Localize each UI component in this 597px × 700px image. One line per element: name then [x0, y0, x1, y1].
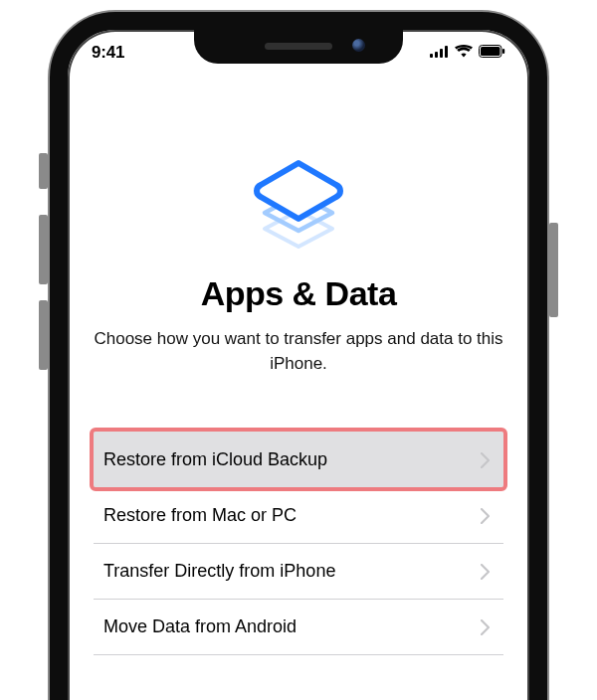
option-move-android[interactable]: Move Data from Android	[94, 599, 503, 655]
option-label: Move Data from Android	[103, 616, 297, 637]
volume-up-button[interactable]	[39, 215, 48, 284]
silence-switch[interactable]	[39, 153, 48, 189]
svg-rect-3	[445, 46, 448, 58]
wifi-icon	[455, 44, 473, 62]
svg-rect-5	[481, 47, 500, 56]
option-label: Restore from iCloud Backup	[103, 449, 327, 470]
status-indicators	[430, 44, 505, 62]
power-button[interactable]	[549, 223, 558, 317]
status-bar: 9:41	[68, 38, 529, 68]
status-time: 9:41	[92, 43, 124, 63]
chevron-right-icon	[481, 564, 490, 580]
option-transfer-iphone[interactable]: Transfer Directly from iPhone	[94, 543, 503, 599]
option-restore-icloud[interactable]: Restore from iCloud Backup	[94, 432, 503, 487]
option-label: Restore from Mac or PC	[103, 505, 297, 526]
iphone-frame: 9:41 Apps & Data Choose how yo	[50, 12, 547, 700]
svg-rect-6	[502, 49, 504, 54]
chevron-right-icon	[481, 619, 490, 635]
option-restore-mac-pc[interactable]: Restore from Mac or PC	[94, 487, 503, 543]
page-subtitle: Choose how you want to transfer apps and…	[94, 327, 503, 376]
battery-icon	[479, 44, 505, 62]
svg-rect-0	[430, 54, 433, 58]
option-label: Transfer Directly from iPhone	[103, 561, 335, 582]
chevron-right-icon	[481, 508, 490, 524]
volume-down-button[interactable]	[39, 300, 48, 370]
options-list: Restore from iCloud Backup Restore from …	[94, 432, 503, 655]
apps-and-data-screen: Apps & Data Choose how you want to trans…	[68, 80, 529, 655]
svg-rect-1	[435, 52, 438, 58]
cellular-signal-icon	[430, 44, 449, 62]
page-title: Apps & Data	[94, 274, 503, 313]
chevron-right-icon	[481, 452, 490, 468]
svg-rect-2	[440, 49, 443, 58]
apps-data-icon	[94, 157, 503, 253]
